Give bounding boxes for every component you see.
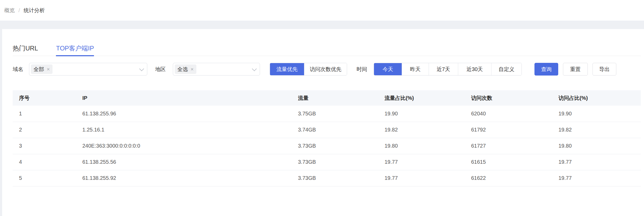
table-row: 3 240E:363:3000:0:0:0:0:0 3.73GB 19.80 6… (13, 138, 641, 154)
time-last30days-button[interactable]: 近30天 (458, 63, 491, 75)
cell-visits-pct: 19.82 (552, 122, 641, 138)
cell-traffic: 3.75GB (292, 106, 378, 122)
time-yesterday-button[interactable]: 昨天 (402, 63, 429, 75)
cell-ip: 61.138.255.56 (76, 154, 292, 170)
chevron-down-icon (139, 66, 144, 71)
col-header-visits: 访问次数 (465, 90, 552, 106)
cell-visits: 62040 (465, 106, 552, 122)
breadcrumb: 概览 / 统计分析 (0, 0, 644, 21)
table-header-row: 序号 IP 流量 流量占比(%) 访问次数 访问占比(%) (13, 90, 641, 106)
cell-visits-pct: 19.77 (552, 170, 641, 186)
chevron-down-icon (252, 66, 257, 71)
top-client-ip-table: 序号 IP 流量 流量占比(%) 访问次数 访问占比(%) 1 61.138.2… (13, 90, 641, 186)
cell-visits: 61727 (465, 138, 552, 154)
region-label: 地区 (155, 66, 166, 73)
cell-visits-pct: 19.77 (552, 154, 641, 170)
time-custom-button[interactable]: 自定义 (491, 63, 522, 75)
cell-traffic-pct: 19.80 (378, 138, 465, 154)
cell-ip: 240E:363:3000:0:0:0:0:0 (76, 138, 292, 154)
cell-index: 5 (13, 170, 76, 186)
col-header-ip: IP (76, 90, 292, 106)
time-today-button[interactable]: 今天 (374, 63, 402, 75)
col-header-visits-pct: 访问占比(%) (552, 90, 641, 106)
table-row: 4 61.138.255.56 3.73GB 19.77 61615 19.77 (13, 154, 641, 170)
domain-select[interactable]: 全部 × (29, 63, 147, 76)
cell-index: 1 (13, 106, 76, 122)
domain-label: 域名 (13, 66, 23, 73)
domain-selected-tag: 全部 × (31, 64, 53, 74)
cell-visits-pct: 19.90 (552, 106, 641, 122)
cell-index: 2 (13, 122, 76, 138)
breadcrumb-item-overview[interactable]: 概览 (4, 7, 15, 14)
table-row: 2 1.25.16.1 3.74GB 19.82 61792 19.82 (13, 122, 641, 138)
export-button[interactable]: 导出 (593, 63, 616, 76)
time-range-group: 今天 昨天 近7天 近30天 自定义 (374, 63, 522, 76)
cell-visits: 61792 (465, 122, 552, 138)
sort-visits-button[interactable]: 访问次数优先 (304, 63, 347, 75)
time-label: 时间 (357, 66, 367, 73)
cell-traffic: 3.73GB (292, 154, 378, 170)
cell-traffic-pct: 19.77 (378, 154, 465, 170)
tag-close-icon[interactable]: × (47, 66, 50, 72)
col-header-traffic-pct: 流量占比(%) (378, 90, 465, 106)
filter-row: 域名 全部 × 地区 全选 × 流量优先 访问次数优先 时间 今天 昨天 (13, 63, 641, 76)
cell-visits: 61615 (465, 154, 552, 170)
cell-traffic: 3.73GB (292, 170, 378, 186)
cell-ip: 61.138.255.96 (76, 106, 292, 122)
sort-toggle-group: 流量优先 访问次数优先 (270, 63, 347, 76)
cell-traffic: 3.74GB (292, 122, 378, 138)
region-tag-label: 全选 (177, 66, 188, 73)
sort-traffic-button[interactable]: 流量优先 (270, 63, 304, 75)
breadcrumb-separator: / (18, 7, 20, 13)
content-card: 热门URL TOP客户端IP 域名 全部 × 地区 全选 × 流量优先 访问次数… (2, 29, 644, 216)
cell-traffic: 3.73GB (292, 138, 378, 154)
col-header-index: 序号 (13, 90, 76, 106)
reset-button[interactable]: 重置 (563, 63, 588, 76)
region-select[interactable]: 全选 × (173, 63, 260, 76)
cell-ip: 61.138.255.92 (76, 170, 292, 186)
tab-hot-url[interactable]: 热门URL (13, 44, 38, 56)
breadcrumb-current: 统计分析 (24, 7, 45, 14)
table-row: 1 61.138.255.96 3.75GB 19.90 62040 19.90 (13, 106, 641, 122)
tag-close-icon[interactable]: × (191, 66, 194, 72)
cell-visits: 61622 (465, 170, 552, 186)
cell-ip: 1.25.16.1 (76, 122, 292, 138)
cell-traffic-pct: 19.82 (378, 122, 465, 138)
table-row: 5 61.138.255.92 3.73GB 19.77 61622 19.77 (13, 170, 641, 186)
tab-bar: 热门URL TOP客户端IP (13, 29, 641, 56)
tab-top-client-ip[interactable]: TOP客户端IP (56, 44, 94, 56)
cell-visits-pct: 19.80 (552, 138, 641, 154)
cell-traffic-pct: 19.77 (378, 170, 465, 186)
col-header-traffic: 流量 (292, 90, 378, 106)
cell-index: 3 (13, 138, 76, 154)
region-selected-tag: 全选 × (175, 64, 196, 74)
domain-tag-label: 全部 (34, 66, 44, 73)
cell-index: 4 (13, 154, 76, 170)
cell-traffic-pct: 19.90 (378, 106, 465, 122)
time-last7days-button[interactable]: 近7天 (429, 63, 458, 75)
query-button[interactable]: 查询 (534, 63, 558, 76)
